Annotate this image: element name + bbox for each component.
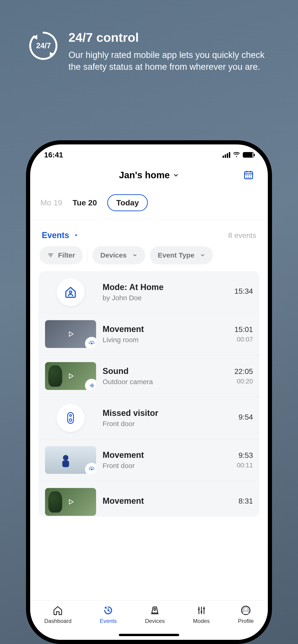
event-icon-doorbell bbox=[57, 404, 85, 432]
date-prev1[interactable]: Tue 20 bbox=[73, 198, 97, 207]
event-thumbnail bbox=[45, 488, 96, 516]
event-row[interactable]: Sound Outdoor camera 22:05 00:20 bbox=[39, 355, 259, 397]
devices-chip[interactable]: Devices bbox=[92, 246, 145, 264]
home-selector[interactable]: Jan's home bbox=[119, 170, 179, 180]
svg-point-24 bbox=[69, 419, 72, 422]
svg-rect-20 bbox=[92, 384, 92, 388]
home-person-icon bbox=[64, 286, 77, 298]
chevron-down-icon bbox=[132, 253, 137, 258]
events-dropdown[interactable]: Events bbox=[42, 230, 79, 240]
svg-marker-28 bbox=[104, 606, 107, 609]
play-icon bbox=[67, 330, 75, 338]
battery-icon bbox=[243, 152, 254, 158]
tab-label: Dashboard bbox=[44, 618, 72, 624]
event-row[interactable]: Movement Front door 9:53 00:11 bbox=[39, 439, 259, 481]
promo-banner: 24/7 24/7 control Our highly rated mobil… bbox=[0, 0, 298, 87]
svg-text:24/7: 24/7 bbox=[36, 42, 51, 50]
tab-dashboard[interactable]: Dashboard bbox=[44, 605, 72, 624]
promo-title: 24/7 control bbox=[69, 30, 275, 44]
events-dropdown-label: Events bbox=[42, 230, 69, 240]
event-title: Movement bbox=[103, 450, 230, 460]
motion-badge-icon bbox=[85, 337, 96, 348]
svg-point-23 bbox=[70, 414, 72, 416]
event-row[interactable]: Missed visitor Front door 9:54 bbox=[39, 397, 259, 439]
tab-label: Devices bbox=[145, 618, 165, 624]
svg-rect-18 bbox=[90, 385, 90, 386]
home-indicator bbox=[119, 634, 179, 636]
event-row[interactable]: Mode: At Home by John Doe 15:34 bbox=[39, 271, 259, 313]
event-time: 9:53 bbox=[237, 451, 253, 460]
app-header: Jan's home bbox=[30, 165, 268, 187]
svg-rect-35 bbox=[200, 611, 202, 613]
event-row[interactable]: Movement Living room 15:01 00:07 bbox=[39, 313, 259, 355]
wifi-icon bbox=[233, 152, 240, 158]
event-title: Missed visitor bbox=[103, 408, 232, 418]
svg-point-9 bbox=[250, 175, 251, 176]
svg-rect-29 bbox=[154, 608, 156, 610]
event-time: 15:01 bbox=[234, 325, 253, 334]
filter-icon bbox=[47, 252, 54, 258]
promo-body: Our highly rated mobile app lets you qui… bbox=[69, 49, 275, 73]
event-duration: 00:07 bbox=[234, 336, 253, 343]
event-duration: 00:20 bbox=[234, 378, 253, 385]
sound-badge-icon bbox=[85, 379, 96, 390]
event-type-chip[interactable]: Event Type bbox=[150, 246, 213, 264]
device-icon bbox=[150, 605, 160, 616]
event-subtitle: Living room bbox=[103, 336, 228, 344]
svg-rect-21 bbox=[93, 384, 94, 386]
svg-rect-26 bbox=[62, 460, 69, 467]
svg-point-11 bbox=[248, 177, 249, 178]
svg-point-25 bbox=[63, 455, 68, 460]
event-title: Sound bbox=[103, 366, 228, 376]
promo-247-icon: 24/7 bbox=[28, 30, 59, 62]
date-prev2[interactable]: Mo 19 bbox=[40, 198, 63, 207]
phone-frame: 16:41 Jan's home Mo 19 bbox=[26, 140, 272, 644]
tab-label: Modes bbox=[193, 618, 210, 624]
event-subtitle: Front door bbox=[103, 462, 230, 470]
svg-point-38 bbox=[244, 608, 247, 610]
chevron-down-icon bbox=[173, 172, 179, 178]
event-title: Movement bbox=[103, 496, 232, 506]
filter-chip[interactable]: Filter bbox=[40, 246, 83, 264]
event-thumbnail bbox=[45, 362, 96, 390]
event-type-chip-label: Event Type bbox=[158, 251, 194, 259]
tab-label: Events bbox=[100, 618, 117, 624]
play-icon bbox=[67, 372, 75, 380]
devices-chip-label: Devices bbox=[100, 251, 127, 259]
calendar-button[interactable] bbox=[243, 170, 254, 180]
event-row[interactable]: Movement 8:31 bbox=[39, 481, 259, 517]
date-today[interactable]: Today bbox=[107, 194, 148, 211]
event-time: 15:34 bbox=[234, 287, 253, 296]
event-thumbnail bbox=[45, 446, 96, 474]
event-subtitle: Outdoor camera bbox=[103, 378, 228, 386]
chevron-down-icon bbox=[200, 253, 205, 258]
status-bar: 16:41 bbox=[30, 144, 268, 165]
event-time: 8:31 bbox=[239, 497, 253, 505]
tab-modes[interactable]: Modes bbox=[193, 605, 210, 624]
caret-down-icon bbox=[73, 232, 79, 238]
date-selector: Mo 19 Tue 20 Today bbox=[30, 187, 268, 220]
svg-point-27 bbox=[91, 469, 93, 470]
cellular-icon bbox=[223, 152, 230, 158]
doorbell-icon bbox=[66, 412, 76, 424]
event-list: Mode: At Home by John Doe 15:34 Movement… bbox=[39, 271, 259, 517]
event-icon-mode bbox=[57, 278, 85, 306]
home-name: Jan's home bbox=[119, 170, 170, 180]
motion-badge-icon bbox=[85, 463, 96, 474]
svg-point-7 bbox=[246, 175, 247, 176]
event-subtitle: by John Doe bbox=[103, 294, 228, 302]
events-count: 8 events bbox=[228, 231, 256, 240]
svg-point-17 bbox=[91, 343, 93, 344]
filter-chip-label: Filter bbox=[58, 251, 75, 259]
svg-point-12 bbox=[250, 177, 251, 178]
house-icon bbox=[53, 605, 63, 616]
tab-profile[interactable]: Profile bbox=[238, 605, 254, 624]
svg-point-16 bbox=[69, 291, 72, 293]
tab-devices[interactable]: Devices bbox=[145, 605, 165, 624]
filter-chips: Filter Devices Event Type bbox=[30, 246, 268, 271]
tab-events[interactable]: Events bbox=[100, 605, 117, 624]
events-header: Events 8 events bbox=[30, 220, 268, 246]
event-time: 9:54 bbox=[239, 413, 253, 422]
event-time: 22:05 bbox=[234, 367, 253, 376]
event-title: Mode: At Home bbox=[103, 282, 228, 292]
